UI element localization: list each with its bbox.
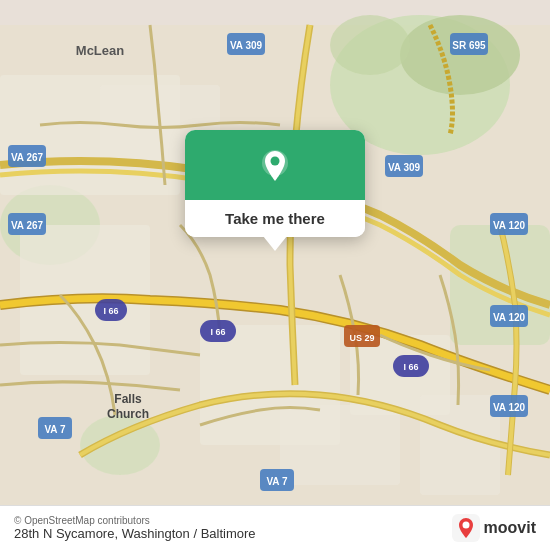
popup-green-section <box>185 130 365 200</box>
svg-text:SR 695: SR 695 <box>452 40 486 51</box>
svg-text:VA 309: VA 309 <box>230 40 263 51</box>
svg-rect-13 <box>420 395 500 495</box>
moovit-label: moovit <box>484 519 536 537</box>
svg-text:VA 120: VA 120 <box>493 312 526 323</box>
bottom-bar: © OpenStreetMap contributors 28th N Syca… <box>0 505 550 550</box>
moovit-logo: moovit <box>452 514 536 542</box>
svg-text:Falls: Falls <box>114 392 142 406</box>
svg-text:VA 120: VA 120 <box>493 220 526 231</box>
copyright-text: © OpenStreetMap contributors <box>14 515 256 526</box>
svg-text:VA 267: VA 267 <box>11 220 44 231</box>
take-me-there-button[interactable]: Take me there <box>185 200 365 237</box>
svg-text:VA 7: VA 7 <box>266 476 288 487</box>
svg-text:I 66: I 66 <box>103 306 118 316</box>
svg-text:I 66: I 66 <box>403 362 418 372</box>
svg-text:VA 120: VA 120 <box>493 402 526 413</box>
svg-text:VA 309: VA 309 <box>388 162 421 173</box>
svg-text:VA 7: VA 7 <box>44 424 66 435</box>
bottom-bar-left: © OpenStreetMap contributors 28th N Syca… <box>14 515 256 541</box>
svg-text:VA 267: VA 267 <box>11 152 44 163</box>
moovit-icon <box>452 514 480 542</box>
svg-point-47 <box>271 157 280 166</box>
svg-text:I 66: I 66 <box>210 327 225 337</box>
svg-point-49 <box>462 522 469 529</box>
popup-card: Take me there <box>185 130 365 237</box>
map-background: VA 267 VA 267 VA 309 SR 695 VA 309 I 66 … <box>0 0 550 550</box>
svg-rect-12 <box>280 405 400 485</box>
svg-text:Church: Church <box>107 407 149 421</box>
map-container: VA 267 VA 267 VA 309 SR 695 VA 309 I 66 … <box>0 0 550 550</box>
location-pin-icon <box>256 148 294 186</box>
location-text: 28th N Sycamore, Washington / Baltimore <box>14 526 256 541</box>
svg-text:US 29: US 29 <box>349 333 374 343</box>
popup-tail <box>263 236 287 251</box>
svg-point-3 <box>330 15 410 75</box>
svg-text:McLean: McLean <box>76 43 124 58</box>
